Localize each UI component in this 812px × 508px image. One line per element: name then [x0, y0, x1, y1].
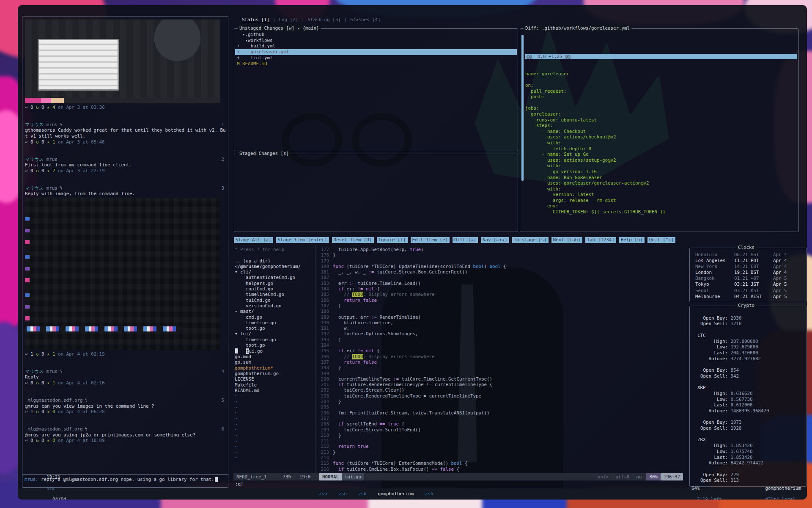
gitui-tab[interactable]: Log [2]	[279, 17, 299, 22]
file-row[interactable]: + lint.yml	[235, 55, 517, 61]
key-hint[interactable]: Tab [1234]	[585, 237, 616, 243]
code-line[interactable]: 188	[319, 309, 683, 314]
code-line[interactable]: 198 }	[319, 365, 683, 370]
key-hint[interactable]: Reset Item [D]	[332, 237, 374, 243]
tree-item[interactable]: gomphotherium.go	[235, 371, 314, 376]
code-line[interactable]: 200 currentTimelineType := tuiCore.Timel…	[319, 376, 683, 382]
tree-item[interactable]: timelineCmd.go	[235, 292, 314, 297]
tree-item[interactable]: ▾ cli/	[235, 269, 314, 275]
tmux-window[interactable]: zsh	[425, 491, 433, 497]
toot[interactable]: mlg@mastodon.sdf.orgϟ6@mrus are you usin…	[25, 426, 226, 444]
code-line[interactable]: 201 if tuiCore.RenderedTimelineType != c…	[319, 382, 683, 387]
code-line[interactable]: 208 if scrollToEnd == true {	[319, 421, 683, 427]
file-row[interactable]: ▾workflows	[235, 38, 517, 44]
code-line[interactable]: 212 return true	[319, 444, 683, 449]
tmux-window[interactable]: zsh	[339, 491, 347, 497]
tree-item[interactable]: cmd.go	[235, 315, 314, 320]
tree-item[interactable]: toot.go	[235, 342, 314, 348]
code-line[interactable]: 190 &tuiCore.Timeline,	[319, 320, 683, 326]
file-row[interactable]: M README.md	[235, 61, 517, 67]
unstaged-tree[interactable]: ▾.github ▾workflows+ build.yml+ goreleas…	[235, 32, 517, 66]
tree-item[interactable]: go.mod	[235, 354, 314, 359]
code-line[interactable]: 199	[319, 371, 683, 376]
tree-item[interactable]: helpers.go	[235, 281, 314, 286]
code-line[interactable]: 187 }	[319, 303, 683, 309]
tree-item[interactable]: ~	[235, 439, 314, 444]
tmux-window[interactable]: gomphotherium	[378, 491, 414, 497]
file-row[interactable]: + build.yml	[235, 43, 517, 49]
key-hint[interactable]: Next [tab]	[551, 237, 582, 243]
code-line[interactable]: 206 fmt.Fprint(tuiCore.Stream, tview.Tra…	[319, 410, 683, 416]
toot[interactable]: mlg@mastodon.sdf.orgϟ5@mrus can you view…	[25, 398, 226, 415]
code-line[interactable]: 177 tuiCore.App.SetRoot(help, true)	[319, 247, 683, 252]
tree-item[interactable]: </@mrusme/gomphotherium/	[235, 264, 314, 269]
tree-item[interactable]: " Press ? for help	[235, 247, 314, 252]
tree-item[interactable]: .. (up a dir)	[235, 258, 314, 264]
toot-list[interactable]: ↩ 0 ↻ 0 ★ 4 on Apr 3 at 03:36マリウス mrusϟ1…	[25, 19, 226, 474]
tree-item[interactable]: ~	[235, 410, 314, 416]
vim-split-divider[interactable]	[315, 245, 316, 473]
key-hint[interactable]: Stage All [a]	[234, 237, 273, 243]
tree-item[interactable]: rootCmd.go	[235, 286, 314, 292]
code-line[interactable]: 196 // TODO: Display errors somewhere	[319, 354, 683, 359]
code-line[interactable]: 197 return false	[319, 359, 683, 365]
code-line[interactable]: 215func (tuiCore *TUICore) EnterCommandM…	[319, 461, 683, 466]
toot[interactable]: マリウス mrusϟ1@thomasorus Caddy worked grea…	[25, 122, 226, 145]
file-row[interactable]: + goreleaser.yml	[235, 49, 517, 55]
tree-item[interactable]: LICENSE	[235, 376, 314, 382]
key-hint[interactable]: To stage [s]	[512, 237, 549, 243]
tree-item[interactable]: timeline.go	[235, 320, 314, 326]
tree-item[interactable]: timeline.go	[235, 337, 314, 342]
code-line[interactable]: 189 output, err := RenderTimeline(	[319, 315, 683, 320]
code-line[interactable]: 202 tuiCore.Stream.Clear()	[319, 387, 683, 393]
tree-item[interactable]: ~	[235, 433, 314, 438]
code-line[interactable]: 210 }	[319, 433, 683, 438]
vim-command-line[interactable]: :q!	[235, 481, 244, 487]
tree-item[interactable]: ~	[235, 405, 314, 410]
file-row[interactable]: ▾.github	[235, 32, 517, 38]
code-line[interactable]: 184 if err != nil {	[319, 286, 683, 292]
tree-item[interactable]: ~	[235, 399, 314, 404]
tree-item[interactable]: ~	[235, 444, 314, 450]
toot[interactable]: ↩ 0 ↻ 0 ★ 4 on Apr 3 at 03:36	[25, 19, 226, 110]
tree-item[interactable]: ~	[235, 455, 314, 461]
toot[interactable]: マリウス mrus2First toot from my command lin…	[25, 157, 226, 174]
tree-item[interactable]: Makefile	[235, 382, 314, 388]
tree-item[interactable]: ~	[235, 393, 314, 399]
gitui-tab[interactable]: Stashes [4]	[350, 17, 381, 22]
code-line[interactable]: 214	[319, 455, 683, 461]
code-line[interactable]: 205	[319, 404, 683, 410]
tree-item[interactable]: versionCmd.go	[235, 303, 314, 309]
gitui-tab[interactable]: Stashing [3]	[308, 17, 341, 22]
toot[interactable]: マリウス mrusϟ4Reply↩ 0 ↻ 0 ★ 1 on Apr 4 at …	[25, 369, 226, 386]
code-line[interactable]: 185 // TODO: Display errors somewhere	[319, 292, 683, 297]
code-line[interactable]: 216 if tuiCore.CmdLine.Box.HasFocus() ==…	[319, 467, 683, 472]
code-line[interactable]: 182	[319, 275, 683, 280]
tree-item[interactable]: ~	[235, 422, 314, 427]
tree-item[interactable]: README.md	[235, 388, 314, 393]
tree-item[interactable]: ~	[235, 416, 314, 421]
toot[interactable]: マリウス mrusϟ3Reply with image, from the co…	[25, 185, 226, 357]
tree-item[interactable]: go.sum	[235, 359, 314, 365]
code-line[interactable]: 203 tuiCore.RenderedTimelineType = curre…	[319, 393, 683, 399]
code-line[interactable]: 192 tuiCore.Options.ShowImages,	[319, 331, 683, 337]
code-line[interactable]: 207	[319, 416, 683, 421]
tree-item[interactable]: tui.go	[235, 348, 238, 353]
code-line[interactable]: 213}	[319, 450, 683, 455]
tree-item[interactable]: ~	[235, 450, 314, 455]
code-line[interactable]: 178}	[319, 252, 683, 258]
tree-item[interactable]	[235, 252, 314, 258]
nerdtree-list[interactable]: " Press ? for help .. (up a dir)</@mrusm…	[235, 247, 314, 461]
code-line[interactable]: 195 if err != nil {	[319, 348, 683, 353]
tree-item[interactable]: toot.go	[235, 326, 314, 331]
tree-item[interactable]: ▾ tui/	[235, 331, 314, 337]
code-line[interactable]: 194	[319, 342, 683, 348]
tree-item[interactable]: tuiCmd.go	[235, 298, 314, 303]
code-line[interactable]: 181 _, _, w, _ := tuiCore.Stream.Box.Get…	[319, 269, 683, 275]
key-hint[interactable]: Quit [^c]	[647, 237, 676, 243]
key-hint[interactable]: Nav [←↑↓]	[481, 237, 509, 243]
tmux-window[interactable]: zsh	[358, 491, 367, 497]
code-line[interactable]: 209 tuiCore.Stream.ScrollToEnd()	[319, 427, 683, 433]
tree-item[interactable]: gomphotherium*	[235, 365, 314, 371]
code-lines[interactable]: 177 tuiCore.App.SetRoot(help, true)178}1…	[319, 247, 683, 472]
